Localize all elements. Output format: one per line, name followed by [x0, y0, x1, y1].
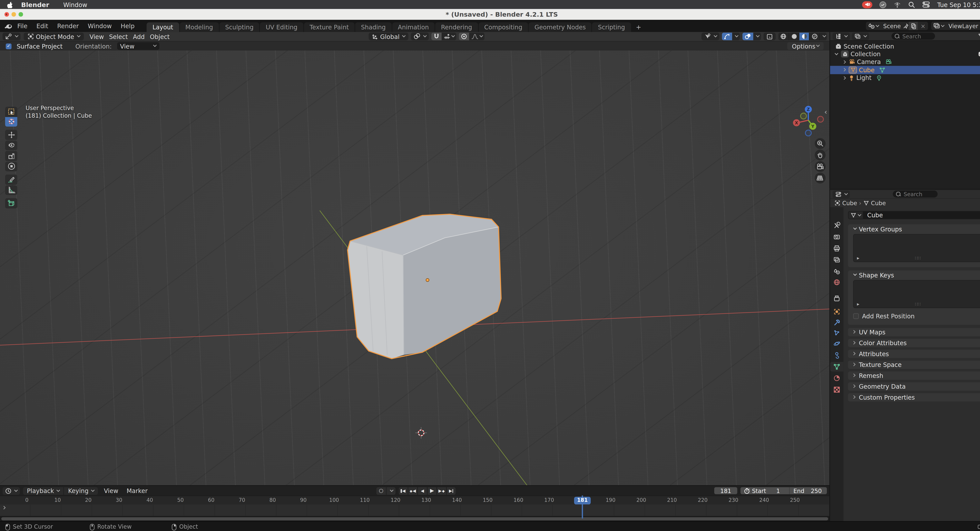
wifi-warning-icon[interactable] — [894, 1, 901, 8]
list-expand-icon[interactable]: ▸ — [857, 255, 859, 261]
keying-menu[interactable]: Keying — [64, 487, 98, 495]
timeline-track-area[interactable] — [0, 504, 829, 516]
properties-editor-type-button[interactable] — [833, 190, 850, 198]
tab-render[interactable] — [830, 232, 843, 242]
tool-scale[interactable] — [5, 151, 17, 161]
jump-to-start-button[interactable]: ◀ — [399, 487, 408, 495]
vertex-groups-list[interactable]: ▸ ∷∷ — [853, 234, 980, 262]
vertex-groups-panel-header[interactable]: Vertex Groups ∷∷ — [848, 224, 980, 233]
collapsed-panel[interactable]: Geometry Data ∷∷ — [848, 382, 980, 390]
tool-measure[interactable] — [5, 185, 17, 195]
gizmo-settings-button[interactable] — [732, 33, 740, 40]
previous-keyframe-button[interactable]: ◆◀ — [408, 487, 417, 495]
channels-expand-arrow[interactable] — [2, 506, 5, 509]
add-workspace-button[interactable]: + — [631, 22, 646, 32]
show-overlays-toggle[interactable] — [743, 33, 753, 40]
expand-chevron-icon[interactable] — [842, 76, 846, 79]
collapsed-panel[interactable]: UV Maps ∷∷ — [848, 328, 980, 336]
viewlayer-name[interactable]: ViewLayer — [946, 23, 980, 29]
shape-keys-list[interactable]: ▸ ∷∷ — [853, 280, 980, 308]
end-frame-value[interactable]: 250 — [811, 488, 826, 494]
shading-solid-button[interactable] — [789, 33, 799, 40]
next-keyframe-button[interactable]: ▶◆ — [437, 487, 446, 495]
topbar-menu[interactable]: File — [13, 22, 32, 29]
menubar-app-name[interactable]: Blender — [21, 1, 49, 8]
editor-type-selector[interactable] — [3, 33, 21, 40]
outliner-search-input[interactable] — [901, 32, 932, 40]
viewport-menu[interactable]: Select — [107, 33, 130, 40]
collapsed-panel[interactable]: Color Attributes ∷∷ — [848, 339, 980, 347]
creative-cloud-icon[interactable] — [880, 1, 887, 8]
shading-settings-button[interactable] — [819, 33, 827, 40]
outliner-row-collection[interactable]: Collection ✓ — [830, 50, 980, 58]
topbar-menu[interactable]: Edit — [32, 22, 53, 29]
tab-tool[interactable] — [830, 221, 843, 230]
viewport-3d[interactable]: User Perspective (181) Collection | Cube… — [0, 51, 829, 485]
tool-annotate[interactable] — [5, 174, 17, 184]
tool-rotate[interactable] — [5, 140, 17, 151]
surface-project-checkbox[interactable]: ✓ — [6, 43, 11, 49]
show-gizmo-toggle[interactable] — [722, 33, 732, 40]
current-frame-field[interactable]: 181 — [714, 487, 737, 495]
workspace-tab[interactable]: Rendering — [435, 22, 478, 32]
jump-to-end-button[interactable]: ▶ — [447, 487, 456, 495]
proportional-edit-toggle[interactable] — [459, 33, 469, 40]
outliner-row-light[interactable]: Light — [830, 74, 980, 82]
workspace-tab[interactable]: Sculpting — [220, 22, 259, 32]
spotlight-search-icon[interactable] — [908, 1, 915, 8]
workspace-tab[interactable]: Animation — [392, 22, 434, 32]
viewport-menu[interactable]: Add — [130, 33, 147, 40]
tool-orientation-dropdown[interactable]: View — [117, 42, 159, 50]
timeline-scrollbar-thumb[interactable] — [2, 517, 828, 520]
timeline-marker-menu[interactable]: Marker — [124, 487, 150, 494]
control-center-icon[interactable] — [923, 2, 930, 8]
breadcrumb-object[interactable]: Cube — [842, 200, 857, 206]
autokey-settings[interactable] — [386, 487, 396, 495]
shading-material-preview-button[interactable] — [799, 33, 809, 40]
snap-settings-button[interactable] — [442, 33, 457, 40]
workspace-tab[interactable]: Compositing — [479, 22, 528, 32]
shading-rendered-button[interactable] — [809, 33, 819, 40]
scene-browse-button[interactable] — [866, 22, 881, 30]
menubar-clock[interactable]: Tue Sep 10 5:31 PM — [937, 1, 980, 8]
workspace-tab[interactable]: Modeling — [180, 22, 219, 32]
pivot-point-selector[interactable] — [411, 33, 429, 40]
blender-logo-icon[interactable] — [4, 22, 13, 30]
properties-search[interactable] — [893, 190, 938, 198]
outliner-editor-type-button[interactable] — [833, 32, 850, 40]
topbar-menu[interactable]: Window — [83, 22, 116, 29]
tab-texture[interactable] — [830, 385, 843, 395]
tool-transform[interactable] — [5, 161, 17, 171]
tab-output[interactable] — [830, 244, 843, 253]
scene-copy-button[interactable] — [909, 22, 918, 30]
outliner-row-cube[interactable]: Cube — [830, 66, 980, 74]
sidebar-collapse-arrow[interactable]: ‹ — [824, 108, 827, 116]
play-button[interactable]: ▶ — [428, 487, 436, 495]
outliner-search[interactable] — [892, 33, 935, 40]
outliner-display-mode-button[interactable] — [852, 32, 869, 40]
datablock-name-input[interactable] — [863, 211, 980, 219]
tab-scene[interactable] — [830, 267, 843, 276]
viewport-menu[interactable]: Object — [147, 33, 172, 40]
play-reverse-button[interactable]: ◀ — [418, 487, 427, 495]
cube-object[interactable] — [342, 209, 506, 363]
xray-toggle[interactable] — [764, 33, 776, 40]
tab-modifiers[interactable] — [830, 318, 843, 327]
mode-selector[interactable]: Object Mode — [24, 33, 84, 40]
tab-constraints[interactable] — [830, 350, 843, 360]
list-expand-icon[interactable]: ▸ — [857, 301, 859, 307]
navigation-gizmo[interactable]: Z X Y — [792, 103, 827, 139]
tab-physics[interactable] — [830, 339, 843, 349]
workspace-tab[interactable]: Scripting — [592, 22, 631, 32]
viewport-menu[interactable]: View — [87, 33, 107, 40]
topbar-menu[interactable]: Help — [116, 22, 139, 29]
playback-menu[interactable]: Playback — [23, 487, 64, 495]
list-resize-handle[interactable]: ∷∷ — [915, 256, 921, 261]
proportional-falloff-button[interactable] — [469, 33, 485, 40]
transform-orientation-selector[interactable]: Global — [369, 33, 409, 40]
workspace-tab[interactable]: Texture Paint — [304, 22, 355, 32]
autokey-toggle[interactable]: ○ — [376, 487, 386, 495]
scene-unlink-button[interactable]: × — [918, 23, 928, 29]
properties-search-input[interactable] — [902, 190, 934, 198]
workspace-tab[interactable]: Layout — [147, 22, 179, 32]
